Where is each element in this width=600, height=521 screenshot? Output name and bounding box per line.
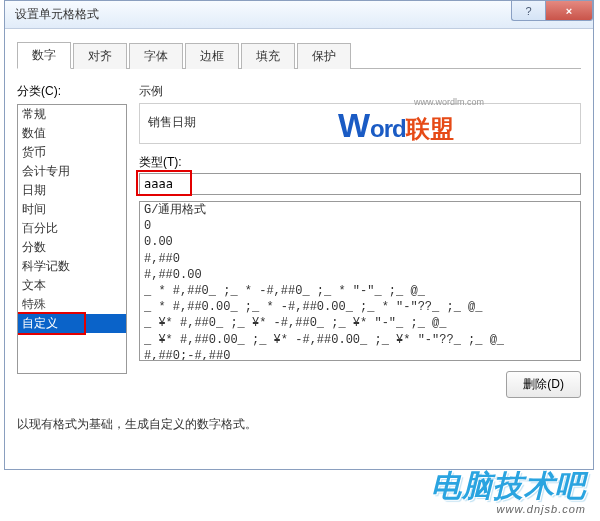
category-listbox[interactable]: 常规 数值 货币 会计专用 日期 时间 百分比 分数 科学记数 文本 特殊 自定…: [17, 104, 127, 374]
category-label: 分类(C):: [17, 83, 127, 100]
category-item[interactable]: 会计专用: [18, 162, 126, 181]
tab-protection[interactable]: 保护: [297, 43, 351, 69]
dialog-window: 设置单元格格式 ? × 数字 对齐 字体 边框 填充 保护 分类(C): 常规 …: [4, 0, 594, 470]
type-input-wrap: [139, 173, 581, 195]
category-item[interactable]: 货币: [18, 143, 126, 162]
format-item[interactable]: G/通用格式: [140, 202, 580, 218]
category-item[interactable]: 常规: [18, 105, 126, 124]
example-box: 销售日期: [139, 103, 581, 144]
tab-alignment[interactable]: 对齐: [73, 43, 127, 69]
left-column: 分类(C): 常规 数值 货币 会计专用 日期 时间 百分比 分数 科学记数 文…: [17, 83, 127, 398]
category-item[interactable]: 特殊: [18, 295, 126, 314]
hint-text: 以现有格式为基础，生成自定义的数字格式。: [17, 416, 581, 433]
category-item[interactable]: 数值: [18, 124, 126, 143]
titlebar: 设置单元格格式 ? ×: [5, 1, 593, 29]
tab-strip: 数字 对齐 字体 边框 填充 保护: [17, 43, 581, 69]
category-item[interactable]: 百分比: [18, 219, 126, 238]
close-button[interactable]: ×: [545, 1, 593, 21]
client-area: 数字 对齐 字体 边框 填充 保护 分类(C): 常规 数值 货币 会计专用 日…: [5, 29, 593, 469]
format-item[interactable]: #,##0;-#,##0: [140, 348, 580, 361]
delete-row: 删除(D): [139, 371, 581, 398]
format-item[interactable]: #,##0: [140, 251, 580, 267]
format-item[interactable]: _ ¥* #,##0_ ;_ ¥* -#,##0_ ;_ ¥* "-"_ ;_ …: [140, 315, 580, 331]
main-row: 分类(C): 常规 数值 货币 会计专用 日期 时间 百分比 分数 科学记数 文…: [17, 83, 581, 398]
category-item[interactable]: 分数: [18, 238, 126, 257]
format-item[interactable]: _ * #,##0.00_ ;_ * -#,##0.00_ ;_ * "-"??…: [140, 299, 580, 315]
example-value: 销售日期: [148, 114, 572, 131]
type-label: 类型(T):: [139, 154, 581, 171]
category-item[interactable]: 日期: [18, 181, 126, 200]
tab-border[interactable]: 边框: [185, 43, 239, 69]
watermark-dnjsb: 电脑技术吧 www.dnjsb.com: [431, 466, 586, 515]
watermark-dnjsb-cn: 电脑技术吧: [431, 469, 586, 502]
tab-font[interactable]: 字体: [129, 43, 183, 69]
window-controls: ? ×: [511, 1, 593, 21]
help-button[interactable]: ?: [511, 1, 545, 21]
format-item[interactable]: _ * #,##0_ ;_ * -#,##0_ ;_ * "-"_ ;_ @_: [140, 283, 580, 299]
format-item[interactable]: 0: [140, 218, 580, 234]
category-item[interactable]: 文本: [18, 276, 126, 295]
format-listbox[interactable]: G/通用格式 0 0.00 #,##0 #,##0.00 _ * #,##0_ …: [139, 201, 581, 361]
watermark-dnjsb-url: www.dnjsb.com: [431, 503, 586, 515]
tab-fill[interactable]: 填充: [241, 43, 295, 69]
category-item[interactable]: 科学记数: [18, 257, 126, 276]
category-item[interactable]: 时间: [18, 200, 126, 219]
window-title: 设置单元格格式: [15, 6, 99, 23]
format-item[interactable]: 0.00: [140, 234, 580, 250]
type-input[interactable]: [139, 173, 581, 195]
format-item[interactable]: #,##0.00: [140, 267, 580, 283]
right-column: 示例 销售日期 类型(T): G/通用格式 0 0.00 #,##0 #,##0…: [139, 83, 581, 398]
delete-button[interactable]: 删除(D): [506, 371, 581, 398]
tab-number[interactable]: 数字: [17, 42, 71, 69]
example-label: 示例: [139, 83, 581, 100]
format-item[interactable]: _ ¥* #,##0.00_ ;_ ¥* -#,##0.00_ ;_ ¥* "-…: [140, 332, 580, 348]
category-item-custom[interactable]: 自定义: [18, 314, 126, 333]
